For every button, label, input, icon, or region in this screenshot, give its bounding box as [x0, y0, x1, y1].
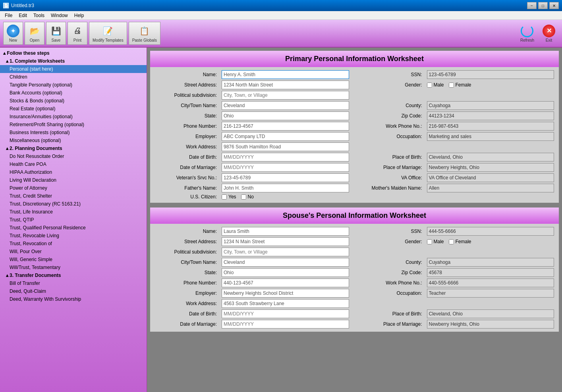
sidebar-item-will-trust-test[interactable]: Will/Trust, Testamentary	[0, 263, 147, 271]
maximize-button[interactable]: □	[538, 2, 548, 9]
sidebar-item-personal[interactable]: Personal (start here)	[0, 65, 147, 73]
sidebar-item-poa[interactable]: Power of Attorney	[0, 184, 147, 192]
menu-file[interactable]: File	[2, 12, 15, 19]
maiden-input[interactable]	[427, 184, 554, 192]
citizen-no-checkbox[interactable]	[241, 194, 246, 200]
employer-input[interactable]	[222, 132, 349, 141]
sidebar-item-dnr[interactable]: Do Not Resuscitate Order	[0, 152, 147, 160]
sp-gender-male-checkbox[interactable]	[427, 239, 432, 244]
sp-gender-female-label[interactable]: Female	[449, 239, 471, 244]
new-icon-shape: ✦	[7, 25, 19, 37]
sp-workphone-input[interactable]	[427, 279, 554, 287]
sidebar-item-stocks[interactable]: Stocks & Bonds (optional)	[0, 97, 147, 105]
sidebar-item-children[interactable]: Children	[0, 73, 147, 81]
polsub-input[interactable]	[222, 91, 349, 100]
occupation-input[interactable]	[427, 132, 554, 141]
dom-input[interactable]	[222, 163, 349, 172]
sp-gender-male-label[interactable]: Male	[427, 239, 444, 244]
sidebar-item-trust-credit[interactable]: Trust, Credit Shelter	[0, 192, 147, 200]
sp-occupation-input[interactable]	[427, 289, 554, 298]
menu-help[interactable]: Help	[71, 12, 87, 19]
sp-dom-label: Date of Marriage:	[155, 321, 218, 327]
close-button[interactable]: ✕	[549, 2, 559, 9]
city-input[interactable]	[222, 101, 349, 110]
sidebar-item-trust-qtip[interactable]: Trust, QTIP	[0, 216, 147, 224]
sidebar-item-business[interactable]: Business Interests (optional)	[0, 129, 147, 136]
county-input[interactable]	[427, 101, 554, 110]
ssn-input[interactable]	[427, 70, 554, 79]
gender-male-label[interactable]: Male	[427, 82, 444, 88]
sp-dob-input[interactable]	[222, 309, 349, 318]
print-button[interactable]: 🖨 Print	[68, 22, 87, 45]
sidebar-item-hcpoa[interactable]: Health Care POA	[0, 160, 147, 168]
gender-female-checkbox[interactable]	[449, 83, 454, 88]
menu-tools[interactable]: Tools	[30, 12, 48, 19]
pom-input[interactable]	[427, 163, 554, 172]
sp-phone-input[interactable]	[222, 279, 349, 287]
sp-pom-input[interactable]	[427, 320, 554, 329]
sidebar-item-realestate[interactable]: Real Estate (optional)	[0, 105, 147, 113]
sp-employer-input[interactable]	[222, 289, 349, 298]
gender-male-checkbox[interactable]	[427, 83, 432, 88]
citizen-no-label[interactable]: No	[241, 194, 254, 200]
vet-input[interactable]	[222, 173, 349, 182]
sp-pob-input[interactable]	[427, 309, 554, 318]
sidebar-item-will-pour[interactable]: Will, Pour Over	[0, 248, 147, 256]
sp-county-input[interactable]	[427, 258, 554, 267]
open-button[interactable]: 📂 Open	[25, 22, 44, 45]
sidebar-item-will-generic[interactable]: Will, Generic Simple	[0, 256, 147, 263]
sp-gender-female-checkbox[interactable]	[449, 239, 454, 244]
exit-button[interactable]: ✕ Exit	[539, 22, 559, 45]
sidebar-item-trust-rev-living[interactable]: Trust, Revocable Living	[0, 232, 147, 240]
sidebar-item-trust-revocation[interactable]: Trust, Revocation of	[0, 240, 147, 248]
menu-edit[interactable]: Edit	[15, 12, 30, 19]
sidebar-item-trust-qprt[interactable]: Trust, Qualified Personal Residence	[0, 224, 147, 232]
sp-workaddr-input[interactable]	[222, 299, 349, 308]
sp-polsub-input[interactable]	[222, 248, 349, 256]
sp-dom-input[interactable]	[222, 320, 349, 329]
sp-ssn-input[interactable]	[427, 227, 554, 236]
workaddr-input[interactable]	[222, 142, 349, 151]
zip-input[interactable]	[427, 111, 554, 120]
name-input[interactable]	[222, 70, 349, 79]
refresh-button[interactable]: Refresh	[517, 22, 537, 45]
sp-zip-input[interactable]	[427, 268, 554, 277]
new-button[interactable]: ✦ New	[3, 22, 23, 45]
save-button[interactable]: 💾 Save	[46, 22, 66, 45]
state-input[interactable]	[222, 111, 349, 120]
paste-globals-button[interactable]: 📋 Paste Globals	[129, 22, 160, 45]
gender-female-label[interactable]: Female	[449, 82, 471, 88]
father-input[interactable]	[222, 184, 349, 192]
sidebar-item-misc[interactable]: Miscellaneous (optional)	[0, 136, 147, 144]
minimize-button[interactable]: −	[527, 2, 537, 9]
print-label: Print	[73, 38, 82, 42]
phone-input[interactable]	[222, 122, 349, 131]
sp-state-input[interactable]	[222, 268, 349, 277]
citizen-yes-checkbox[interactable]	[222, 194, 227, 200]
sidebar-item-living-will[interactable]: Living Will Declaration	[0, 176, 147, 184]
sidebar-item-tangible[interactable]: Tangible Personalty (optional)	[0, 81, 147, 89]
sp-city-input[interactable]	[222, 258, 349, 267]
sidebar-item-deed-warranty[interactable]: Deed, Warranty With Survivorship	[0, 295, 147, 303]
sidebar-item-hipaa[interactable]: HIPAA Authorization	[0, 168, 147, 176]
primary-worksheet-header: Primary Personal Information Worksheet	[150, 51, 559, 67]
pob-input[interactable]	[427, 153, 554, 161]
sp-polsub-label: Political subdivision:	[155, 249, 218, 255]
sidebar-item-trust-life[interactable]: Trust, Life Insurance	[0, 208, 147, 216]
dob-input[interactable]	[222, 153, 349, 161]
modify-templates-button[interactable]: 📝 Modify Templates	[89, 22, 127, 45]
vaoffice-input[interactable]	[427, 173, 554, 182]
title-bar-controls[interactable]: − □ ✕	[527, 2, 559, 9]
sidebar-item-insurance[interactable]: Insurance/Annuities (optional)	[0, 113, 147, 121]
sidebar-item-bill-transfer[interactable]: Bill of Transfer	[0, 279, 147, 287]
street-input[interactable]	[222, 81, 349, 89]
sp-name-input[interactable]	[222, 227, 349, 236]
sidebar-item-trust-disc[interactable]: Trust, Discretionary (RC 5163.21)	[0, 200, 147, 208]
menu-window[interactable]: Window	[48, 12, 71, 19]
sidebar-item-deed-quit[interactable]: Deed, Quit-Claim	[0, 287, 147, 295]
sidebar-item-retirement[interactable]: Retirement/Profit Sharing (optional)	[0, 121, 147, 129]
sp-street-input[interactable]	[222, 237, 349, 246]
sidebar-item-bank[interactable]: Bank Accounts (optional)	[0, 89, 147, 97]
citizen-yes-label[interactable]: Yes	[222, 194, 236, 200]
workphone-input[interactable]	[427, 122, 554, 131]
